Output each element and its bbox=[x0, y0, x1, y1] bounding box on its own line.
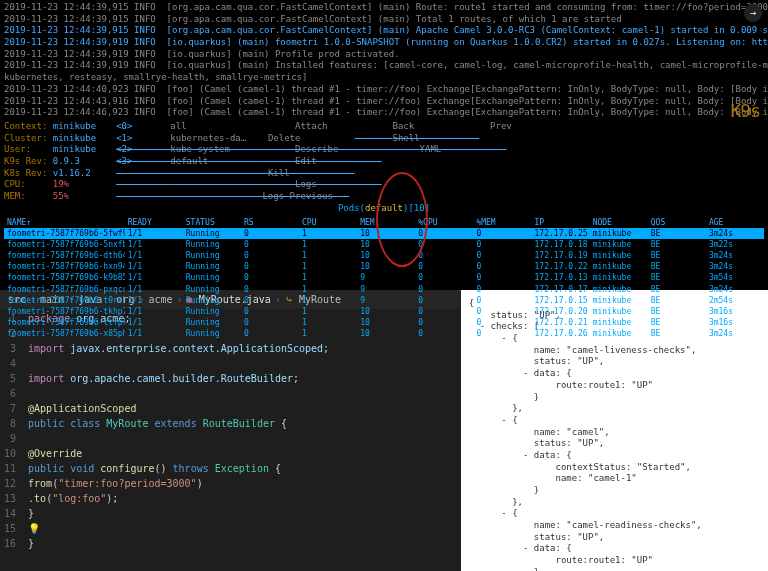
line-gutter: 12345678910111213141516 bbox=[0, 309, 24, 553]
col-header[interactable]: CPU bbox=[299, 218, 357, 227]
col-header[interactable]: MEM bbox=[357, 218, 415, 227]
log-line: kubernetes, resteasy, smallrye-health, s… bbox=[4, 72, 764, 84]
table-header: NAME↑READYSTATUSRSCPUMEM%CPU%MEMIPNODEQO… bbox=[4, 217, 764, 228]
table-row[interactable]: foometri-7587f769b6-hxn941/1Running01100… bbox=[4, 261, 764, 272]
code-line[interactable]: 💡 bbox=[28, 521, 329, 536]
log-line: 2019-11-23 12:44:40,923 INFO [foo] (Came… bbox=[4, 84, 764, 96]
col-header[interactable]: %CPU bbox=[415, 218, 473, 227]
table-row[interactable]: foometri-7587f769b6-k9b851/1Running01900… bbox=[4, 272, 764, 283]
code-line[interactable] bbox=[28, 386, 329, 401]
code-line[interactable]: @ApplicationScoped bbox=[28, 401, 329, 416]
code-line[interactable] bbox=[28, 431, 329, 446]
col-header[interactable]: READY bbox=[125, 218, 183, 227]
col-header[interactable]: NODE bbox=[590, 218, 648, 227]
log-line: 2019-11-23 12:44:39,919 INFO [io.quarkus… bbox=[4, 37, 764, 49]
table-row[interactable]: foometri-7587f769b6-tkhp71/1Running01100… bbox=[4, 306, 764, 317]
log-line: 2019-11-23 12:44:43,916 INFO [foo] (Came… bbox=[4, 96, 764, 108]
pod-title: Pods(default)[10] bbox=[4, 203, 764, 213]
col-header[interactable]: RS bbox=[241, 218, 299, 227]
pods-table[interactable]: NAME↑READYSTATUSRSCPUMEM%CPU%MEMIPNODEQO… bbox=[4, 217, 764, 340]
log-lines: 2019-11-23 12:44:39,915 INFO [org.apa.ca… bbox=[4, 2, 764, 119]
table-row[interactable]: foometri-7587f769b6-ttfpl1/1Running01100… bbox=[4, 317, 764, 328]
table-row[interactable]: foometri-7587f769b6-x85ph1/1Running01100… bbox=[4, 328, 764, 339]
code-line[interactable]: @Override bbox=[28, 446, 329, 461]
code-line[interactable]: public class MyRoute extends RouteBuilde… bbox=[28, 416, 329, 431]
table-row[interactable]: foometri-7587f769b6-t9rvh1/1Running01900… bbox=[4, 295, 764, 306]
col-header[interactable]: NAME↑ bbox=[4, 218, 125, 227]
code-line[interactable]: } bbox=[28, 536, 329, 551]
terminal-k9s[interactable]: 2019-11-23 12:44:39,915 INFO [org.apa.ca… bbox=[0, 0, 768, 290]
next-arrow-icon[interactable]: → bbox=[744, 4, 762, 22]
table-row[interactable]: foometri-7587f769b6-pxqcc1/1Running01900… bbox=[4, 284, 764, 295]
log-line: 2019-11-23 12:44:39,915 INFO [org.apa.ca… bbox=[4, 14, 764, 26]
log-line: 2019-11-23 12:44:39,919 INFO [io.quarkus… bbox=[4, 60, 764, 72]
col-header[interactable]: %MEM bbox=[473, 218, 531, 227]
cluster-info: Context: minikube Cluster: minikube User… bbox=[4, 121, 764, 203]
code-line[interactable]: import org.apache.camel.builder.RouteBui… bbox=[28, 371, 329, 386]
log-line: 2019-11-23 12:44:39,915 INFO [org.apa.ca… bbox=[4, 25, 764, 37]
code-line[interactable]: from("timer:foo?period=3000") bbox=[28, 476, 329, 491]
code-line[interactable]: import javax.enterprise.context.Applicat… bbox=[28, 341, 329, 356]
col-header[interactable]: QOS bbox=[648, 218, 706, 227]
table-row[interactable]: foometri-7587f769b6-dth641/1Running01100… bbox=[4, 250, 764, 261]
code-line[interactable] bbox=[28, 356, 329, 371]
log-line: 2019-11-23 12:44:39,915 INFO [org.apa.ca… bbox=[4, 2, 764, 14]
table-row[interactable]: foometri-7587f769b6-5fwf91/1Running01100… bbox=[4, 228, 764, 239]
log-line: 2019-11-23 12:44:46,923 INFO [foo] (Came… bbox=[4, 107, 764, 119]
code-line[interactable]: public void configure() throws Exception… bbox=[28, 461, 329, 476]
code-line[interactable]: } bbox=[28, 506, 329, 521]
col-header[interactable]: IP bbox=[532, 218, 590, 227]
table-row[interactable]: foometri-7587f769b6-5nxfb1/1Running01100… bbox=[4, 239, 764, 250]
col-header[interactable]: STATUS bbox=[183, 218, 241, 227]
code-line[interactable]: .to("log:foo"); bbox=[28, 491, 329, 506]
code-lines[interactable]: package org.acme; import javax.enterpris… bbox=[24, 309, 333, 553]
log-line: 2019-11-23 12:44:39,919 INFO [io.quarkus… bbox=[4, 49, 764, 61]
k9s-logo: K9s bbox=[730, 100, 760, 121]
col-header[interactable]: AGE bbox=[706, 218, 764, 227]
